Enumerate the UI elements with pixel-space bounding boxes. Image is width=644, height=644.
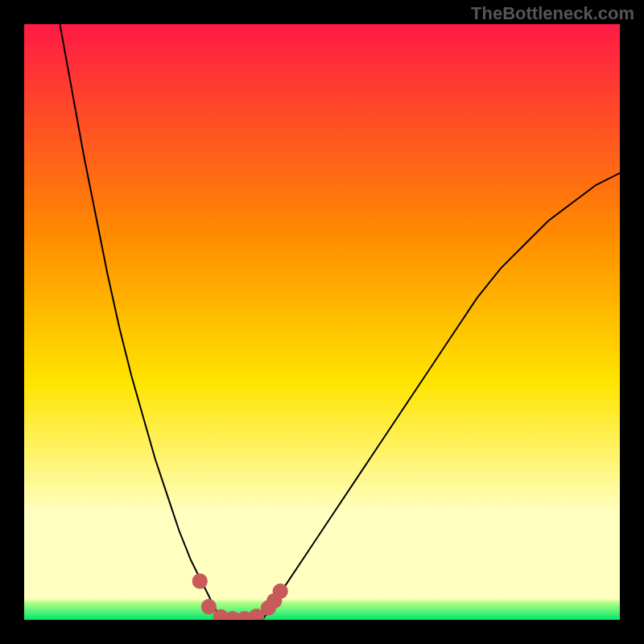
plot-area [24,24,620,620]
chart-frame: TheBottleneck.com [0,0,644,644]
marker-dot [273,584,288,599]
marker-dot [192,573,208,588]
attribution-label: TheBottleneck.com [471,3,634,24]
marker-dot [201,599,217,614]
bottleneck-chart [24,24,620,620]
